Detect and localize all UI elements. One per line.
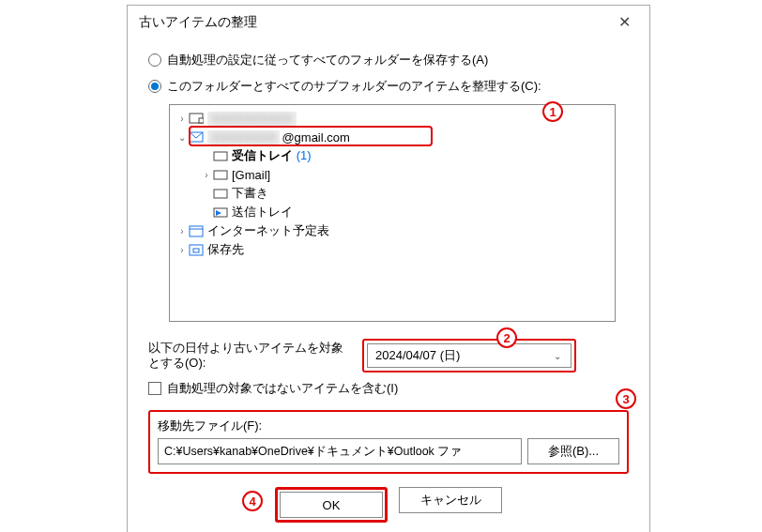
ok-button[interactable]: OK [280, 492, 383, 518]
account2-label: XXXXXXXX [207, 130, 280, 144]
file-path-input[interactable]: C:¥Users¥kanab¥OneDrive¥ドキュメント¥Outlook フ… [158, 438, 522, 464]
account1-label: XXXXXXXXXX [207, 112, 297, 126]
archive-icon [189, 243, 204, 256]
folder-icon [213, 187, 228, 200]
date-picker[interactable]: 2024/04/07 (日) ⌄ [362, 339, 576, 372]
expand-icon[interactable]: › [175, 245, 189, 255]
radio-icon[interactable] [148, 53, 161, 67]
svg-rect-5 [214, 190, 227, 198]
radio-icon-checked[interactable] [148, 80, 161, 93]
mail-store-icon [189, 112, 204, 125]
calendar-icon [189, 224, 204, 237]
tree-row-gmail[interactable]: › [Gmail] [170, 165, 615, 184]
browse-button[interactable]: 参照(B)... [527, 438, 619, 464]
dialog-window: 古いアイテムの整理 ✕ 自動処理の設定に従ってすべてのフォルダーを保存する(A)… [127, 5, 650, 532]
tree-row-sent[interactable]: 送信トレイ [170, 203, 615, 221]
folder-icon [213, 168, 228, 181]
inbox-label: 受信トレイ (1) [232, 147, 312, 164]
tree-row-inbox[interactable]: 受信トレイ (1) [170, 146, 615, 165]
title-bar: 古いアイテムの整理 ✕ [128, 6, 649, 35]
svg-rect-7 [190, 226, 203, 236]
drafts-label: 下書き [232, 185, 268, 202]
account2-suffix: @gmail.com [282, 130, 349, 144]
include-row[interactable]: 自動処理の対象ではないアイテムを含む(I) [148, 380, 629, 397]
close-button[interactable]: ✕ [610, 13, 638, 31]
file-destination-area: 移動先ファイル(F): C:¥Users¥kanab¥OneDrive¥ドキュメ… [148, 410, 629, 474]
chevron-down-icon[interactable]: ⌄ [548, 351, 567, 361]
svg-rect-9 [190, 245, 203, 255]
file-path-value: C:¥Users¥kanab¥OneDrive¥ドキュメント¥Outlook フ… [164, 444, 462, 460]
date-row: 以下の日付より古いアイテムを対象とする(O): 2024/04/07 (日) ⌄ [148, 339, 629, 372]
date-label: 以下の日付より古いアイテムを対象とする(O): [148, 341, 353, 372]
cancel-button[interactable]: キャンセル [399, 487, 502, 513]
dialog-buttons: 4 OK キャンセル [148, 487, 629, 523]
folder-tree[interactable]: › XXXXXXXXXX ⌄ XXXXXXXX @gmail.com [169, 104, 616, 322]
svg-rect-1 [199, 118, 204, 123]
date-value: 2024/04/07 (日) [375, 347, 460, 364]
svg-rect-3 [214, 152, 227, 160]
folder-icon [213, 149, 228, 162]
tree-row-archive[interactable]: › 保存先 [170, 240, 615, 259]
expand-icon[interactable]: › [175, 114, 189, 124]
annotation-number-4: 4 [242, 491, 263, 511]
radio-label-c: このフォルダーとすべてのサブフォルダーのアイテムを整理する(C): [167, 78, 541, 95]
radio-label-a: 自動処理の設定に従ってすべてのフォルダーを保存する(A) [167, 52, 488, 68]
tree-row-drafts[interactable]: 下書き [170, 184, 615, 203]
internet-cal-label: インターネット予定表 [207, 222, 329, 239]
annotation-box-4: OK [275, 487, 388, 523]
checkbox-icon[interactable] [148, 382, 161, 395]
include-label: 自動処理の対象ではないアイテムを含む(I) [167, 380, 398, 397]
dialog-body: 自動処理の設定に従ってすべてのフォルダーを保存する(A) このフォルダーとすべて… [128, 35, 649, 532]
tree-row-internet-cal[interactable]: › インターネット予定表 [170, 221, 615, 240]
file-label: 移動先ファイル(F): [158, 418, 619, 434]
sent-label: 送信トレイ [232, 204, 293, 220]
expand-icon[interactable]: › [175, 226, 189, 236]
archive-label: 保存先 [207, 241, 244, 258]
tree-row-account2[interactable]: ⌄ XXXXXXXX @gmail.com [170, 128, 615, 146]
dialog-title: 古いアイテムの整理 [139, 14, 257, 31]
collapse-icon[interactable]: ⌄ [175, 132, 189, 143]
sent-icon [213, 205, 228, 219]
expand-icon[interactable]: › [200, 170, 213, 180]
radio-option-a[interactable]: 自動処理の設定に従ってすべてのフォルダーを保存する(A) [148, 52, 629, 68]
gmail-label: [Gmail] [232, 168, 270, 182]
svg-rect-10 [193, 249, 199, 252]
radio-option-c[interactable]: このフォルダーとすべてのサブフォルダーのアイテムを整理する(C): [148, 78, 629, 95]
mail-account-icon [189, 130, 204, 144]
tree-row-account1[interactable]: › XXXXXXXXXX [170, 109, 615, 128]
svg-rect-4 [214, 171, 227, 179]
